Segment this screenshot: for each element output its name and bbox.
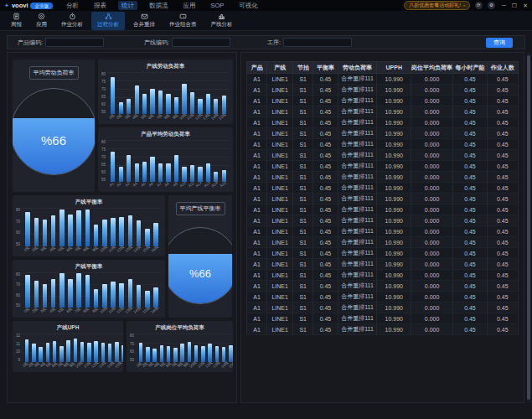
table-cell: S1: [293, 270, 313, 281]
table-row[interactable]: A1LINE1S10.45合并重排11110.9900.0000.450.45: [247, 183, 519, 194]
table-cell: 0.45: [487, 128, 518, 139]
tool-job-analysis[interactable]: 作业分析: [55, 12, 89, 30]
tool-apps[interactable]: 应用: [30, 12, 53, 30]
table-cell: 0.45: [453, 281, 488, 292]
search-button[interactable]: 查询: [486, 38, 513, 48]
table-row[interactable]: A1LINE1S10.45合并重排11110.9900.0000.450.45: [247, 139, 519, 150]
table-row[interactable]: A1LINE1S10.45合并重排11110.9900.0000.450.45: [247, 150, 519, 161]
table-row[interactable]: A1LINE1S10.45合并重排11110.9900.0000.450.45: [247, 85, 519, 96]
table-row[interactable]: A1LINE1S10.45合并重排11110.9900.0000.450.45: [247, 292, 519, 303]
bar: [85, 210, 90, 246]
titlebar: ✦ voovi 企业版 分析 报表 统计 数据流 应用 SOP 可视化 八折优惠…: [0, 0, 532, 11]
table-row[interactable]: A1LINE1S10.45合并重排11110.9900.0000.450.45: [247, 237, 519, 248]
table-row[interactable]: A1LINE1S10.45合并重排11110.9900.0000.450.45: [247, 324, 519, 335]
table-row[interactable]: A1LINE1S10.45合并重排11110.9900.0000.450.45: [247, 106, 519, 117]
table-cell: 10.990: [377, 117, 411, 128]
process-input[interactable]: [283, 38, 352, 47]
column-header[interactable]: 产线: [267, 62, 293, 74]
settings-gear-icon[interactable]: ⚙: [488, 2, 495, 9]
table-cell: 0.45: [453, 106, 488, 117]
scrollbar-thumb[interactable]: [527, 55, 530, 400]
table-cell: 合并重排111: [338, 150, 377, 161]
column-header[interactable]: UPPH: [377, 62, 411, 74]
table-row[interactable]: A1LINE1S10.45合并重排11110.9900.0000.450.45: [247, 226, 519, 237]
table-row[interactable]: A1LINE1S10.45合并重排11110.9900.0000.450.45: [247, 303, 519, 313]
table-cell: 合并重排111: [338, 194, 377, 204]
bar-chart: 12111091线2线3线4线5线6线7线8线9线10线11线12线13线14线…: [15, 334, 120, 370]
chart-line-balance-1-card: 产线平衡率 807060501线2线3线4线5线6线7线8线9线10线11线12…: [13, 195, 165, 256]
table-row[interactable]: A1LINE1S10.45合并重排11110.9900.0000.450.45: [247, 96, 519, 106]
table-cell: 0.000: [411, 313, 452, 324]
table-cell: S1: [293, 172, 313, 183]
table-row[interactable]: A1LINE1S10.45合并重排11110.9900.0000.450.45: [247, 172, 519, 183]
chart-title: 产线岗位平均负荷率: [127, 321, 233, 332]
table-cell: 0.45: [313, 172, 338, 183]
gauge-avg-line-balance-card: 平均产线平衡率 %66: [168, 195, 232, 318]
line-code-input[interactable]: [172, 38, 230, 47]
product-code-input[interactable]: [45, 38, 104, 47]
column-header[interactable]: 产品: [247, 62, 267, 74]
menu-visualization[interactable]: 可视化: [235, 1, 261, 10]
column-header[interactable]: 节拍: [293, 62, 313, 74]
table-cell: S1: [293, 324, 313, 335]
plot-area: [107, 72, 230, 114]
table-row[interactable]: A1LINE1S10.45合并重排11110.9900.0000.450.45: [247, 204, 519, 215]
table-row[interactable]: A1LINE1S10.45合并重排11110.9900.0000.450.45: [247, 259, 519, 270]
tool-line-analysis[interactable]: 产线分析: [205, 12, 239, 30]
bar: [135, 163, 139, 182]
table-cell: 0.000: [411, 183, 452, 194]
menu-apps[interactable]: 应用: [179, 1, 199, 10]
table-cell: LINE1: [267, 270, 293, 281]
table-cell: S1: [293, 194, 313, 204]
column-header[interactable]: 劳动负荷率: [338, 62, 377, 74]
menu-statistics[interactable]: 统计: [118, 1, 137, 10]
table-row[interactable]: A1LINE1S10.45合并重排11110.9900.0000.450.45: [247, 74, 519, 85]
table-cell: 0.45: [487, 172, 518, 183]
bar: [128, 279, 133, 308]
bar: [39, 347, 43, 362]
tool-process-analysis[interactable]: 过程分析: [91, 12, 125, 30]
table-cell: LINE1: [267, 215, 293, 226]
table-row[interactable]: A1LINE1S10.45合并重排11110.9900.0000.450.45: [247, 248, 519, 259]
bar: [137, 220, 142, 246]
table-row[interactable]: A1LINE1S10.45合并重排11110.9900.0000.450.45: [247, 117, 519, 128]
stopwatch-icon: [69, 13, 76, 20]
target-icon: [38, 13, 45, 20]
table-row[interactable]: A1LINE1S10.45合并重排11110.9900.0000.450.45: [247, 313, 519, 324]
column-header[interactable]: 平衡率: [313, 62, 338, 74]
table-cell: A1: [247, 117, 267, 128]
promo-banner[interactable]: 八折优惠套餐活动好礼! ›: [404, 1, 470, 10]
menu-analysis[interactable]: 分析: [63, 1, 82, 10]
tool-job-combo-ticket[interactable]: 作业组合票: [163, 12, 203, 30]
menu-reports[interactable]: 报表: [90, 1, 110, 10]
refresh-icon[interactable]: ⟳: [475, 2, 483, 9]
bar-chart: 807570656055A1A2A3A4A5A6A7A8A9A10A11A12A…: [101, 140, 230, 190]
table-cell: 合并重排111: [338, 204, 377, 215]
column-header[interactable]: 作业人数: [487, 62, 518, 74]
tool-weekly-report[interactable]: 周报: [5, 12, 28, 30]
column-header[interactable]: 岗位平均负荷率: [411, 62, 452, 74]
table-row[interactable]: A1LINE1S10.45合并重排11110.9900.0000.450.45: [247, 270, 519, 281]
bar: [166, 163, 170, 182]
x-axis-labels: 1线2线3线4线5线6线7线8线9线10线11线12线13线14线15线16线: [22, 308, 162, 316]
table-row[interactable]: A1LINE1S10.45合并重排11110.9900.0000.450.45: [247, 194, 519, 204]
menu-sop[interactable]: SOP: [207, 1, 227, 10]
results-table: 产品产线节拍平衡率劳动负荷率UPPH岗位平均负荷率每小时产能作业人数 A1LIN…: [246, 61, 519, 335]
logo-text: voovi: [12, 2, 28, 9]
bar: [34, 281, 39, 308]
table-cell: 0.45: [313, 139, 338, 150]
close-button[interactable]: ✕: [523, 3, 528, 9]
tool-merge-rearrange[interactable]: 合并重排: [127, 12, 161, 30]
table-cell: A1: [247, 161, 267, 172]
table-row[interactable]: A1LINE1S10.45合并重排11110.9900.0000.450.45: [247, 215, 519, 226]
table-row[interactable]: A1LINE1S10.45合并重排11110.9900.0000.450.45: [247, 128, 519, 139]
column-header[interactable]: 每小时产能: [453, 62, 488, 74]
table-row[interactable]: A1LINE1S10.45合并重排11110.9900.0000.450.45: [247, 161, 519, 172]
table-row[interactable]: A1LINE1S10.45合并重排11110.9900.0000.450.45: [247, 281, 519, 292]
menu-dataflow[interactable]: 数据流: [146, 1, 172, 10]
table-cell: LINE1: [267, 128, 293, 139]
maximize-button[interactable]: ☐: [512, 3, 517, 9]
minimize-button[interactable]: ─: [502, 3, 506, 9]
table-cell: 10.990: [377, 303, 411, 313]
table-cell: 0.45: [313, 74, 338, 85]
